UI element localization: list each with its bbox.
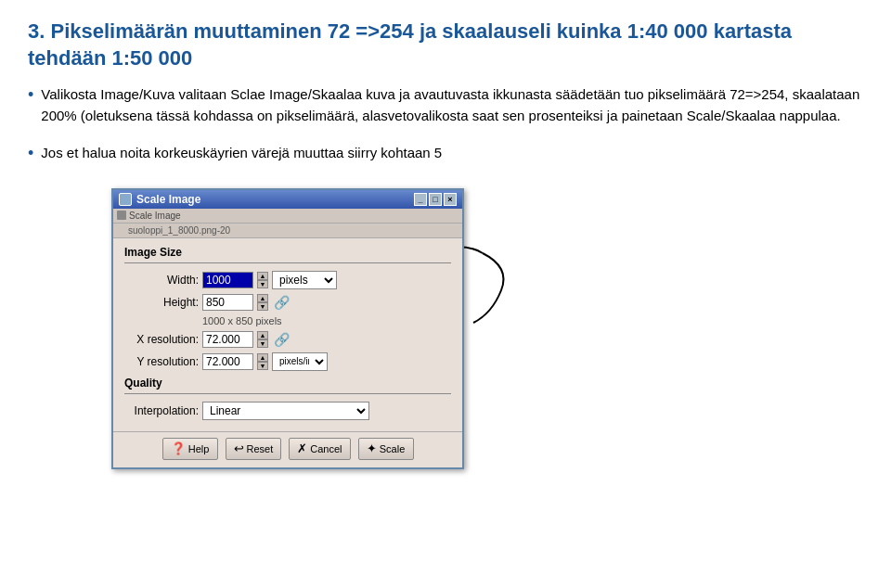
dialog-area: Scale Image _ □ × Scale Image suoloppi_1… (28, 179, 863, 392)
subbar-icon (117, 211, 126, 220)
dimensions-text: 1000 x 850 pixels (202, 315, 451, 326)
interpolation-select[interactable]: Linear None Cubic Sinc (Lanczos3) (202, 402, 369, 420)
dialog-title-group: Scale Image (119, 193, 200, 206)
height-row: Height: ▲ ▼ 🔗 (124, 294, 451, 311)
dialog-title-text: Scale Image (136, 193, 200, 206)
cancel-button[interactable]: ✗ Cancel (289, 438, 350, 460)
height-label: Height: (124, 296, 199, 309)
titlebar-buttons[interactable]: _ □ × (414, 193, 457, 206)
reset-button[interactable]: ↩ Reset (226, 438, 282, 460)
bullet-item-1: • Valikosta Image/Kuva valitaan Sclae Im… (28, 84, 863, 126)
width-unit-select[interactable]: pixels percent (272, 271, 337, 289)
x-resolution-row: X resolution: ▲ ▼ 🔗 (124, 331, 451, 348)
y-resolution-row: Y resolution: ▲ ▼ pixels/in pixels/mm (124, 352, 451, 371)
x-res-chain-icon: 🔗 (274, 332, 290, 347)
bullet-icon-1: • (28, 85, 33, 105)
maximize-button[interactable]: □ (429, 193, 442, 206)
reset-icon: ↩ (234, 441, 244, 455)
x-resolution-input[interactable] (202, 331, 253, 348)
x-res-spin-up[interactable]: ▲ (257, 331, 268, 339)
y-resolution-label: Y resolution: (124, 355, 199, 368)
width-label: Width: (124, 274, 199, 287)
y-res-spin-up[interactable]: ▲ (257, 353, 268, 362)
height-input[interactable] (202, 294, 253, 311)
image-size-divider (124, 262, 451, 263)
close-button[interactable]: × (444, 193, 457, 206)
x-res-spin-down[interactable]: ▼ (257, 339, 268, 348)
scale-button[interactable]: ✦ Scale (358, 438, 414, 460)
x-res-spinner[interactable]: ▲ ▼ (257, 331, 268, 348)
dialog-subtitle: Scale Image (129, 211, 181, 221)
reset-label: Reset (247, 443, 274, 454)
width-spinner[interactable]: ▲ ▼ (257, 272, 268, 288)
dialog-body: Image Size Width: ▲ ▼ pixels percent Hei… (113, 238, 462, 431)
bullet-item-2: • Jos et halua noita korkeuskäyrien väre… (28, 143, 863, 164)
cancel-label: Cancel (310, 443, 342, 454)
width-spin-up[interactable]: ▲ (257, 272, 268, 280)
width-spin-down[interactable]: ▼ (257, 280, 268, 288)
quality-section: Quality Interpolation: Linear None Cubic… (124, 377, 451, 420)
minimize-button[interactable]: _ (414, 193, 427, 206)
dialog-filepath-bar: suoloppi_1_8000.png-20 (113, 224, 462, 238)
dialog-titlebar: Scale Image _ □ × (113, 190, 462, 209)
quality-label: Quality (124, 377, 451, 390)
bullet-text-2: Jos et halua noita korkeuskäyrien värejä… (41, 143, 442, 164)
dialog-app-icon (119, 193, 132, 206)
dialog-buttons: ❓ Help ↩ Reset ✗ Cancel ✦ Scale (113, 431, 462, 467)
width-input[interactable] (202, 272, 253, 288)
dialog-subbar: Scale Image (113, 209, 462, 224)
chain-link-icon: 🔗 (274, 295, 290, 310)
bullet-icon-2: • (28, 144, 33, 163)
scale-image-dialog: Scale Image _ □ × Scale Image suoloppi_1… (111, 188, 464, 469)
resolution-unit-select[interactable]: pixels/in pixels/mm (272, 352, 328, 371)
scale-icon: ✦ (367, 441, 377, 455)
interpolation-row: Interpolation: Linear None Cubic Sinc (L… (124, 402, 451, 420)
bullet-text-1: Valikosta Image/Kuva valitaan Sclae Imag… (41, 84, 863, 126)
quality-divider (124, 393, 451, 394)
y-resolution-input[interactable] (202, 353, 253, 370)
help-icon: ❓ (171, 441, 186, 455)
scale-label: Scale (380, 443, 406, 454)
image-size-label: Image Size (124, 246, 451, 259)
page-heading: 3. Pikselimäärän muuttaminen 72 =>254 ja… (28, 19, 863, 71)
dialog-filepath: suoloppi_1_8000.png-20 (128, 225, 230, 236)
help-label: Help (188, 443, 210, 454)
y-res-spinner[interactable]: ▲ ▼ (257, 353, 268, 370)
x-resolution-label: X resolution: (124, 333, 199, 346)
cancel-icon: ✗ (297, 441, 307, 455)
y-res-spin-down[interactable]: ▼ (257, 362, 268, 370)
height-spinner[interactable]: ▲ ▼ (257, 294, 268, 311)
interpolation-label: Interpolation: (124, 404, 199, 417)
height-spin-up[interactable]: ▲ (257, 294, 268, 302)
height-spin-down[interactable]: ▼ (257, 302, 268, 311)
help-button[interactable]: ❓ Help (162, 438, 218, 460)
width-row: Width: ▲ ▼ pixels percent (124, 271, 451, 289)
